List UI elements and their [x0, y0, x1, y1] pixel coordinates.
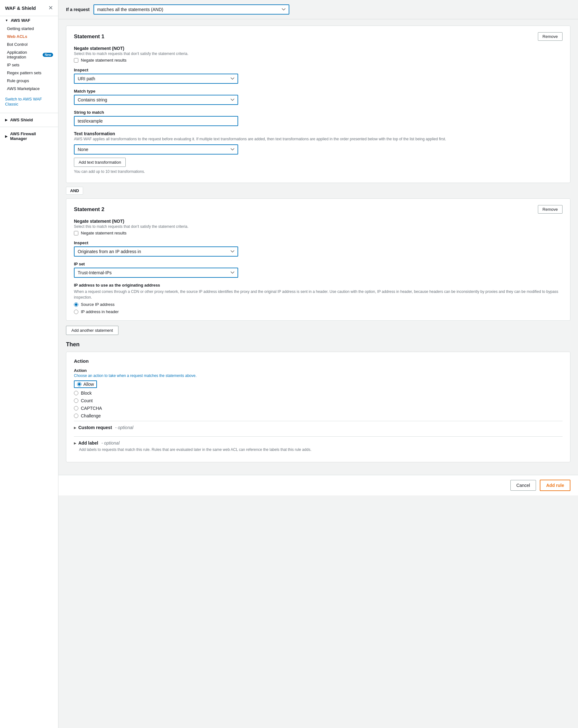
statement2-negate-checkbox[interactable]: [74, 231, 78, 235]
statement2-radio-source-ip: Source IP address: [74, 302, 562, 307]
sidebar-item-regex-pattern-sets[interactable]: Regex pattern sets: [0, 69, 58, 77]
action-challenge-radio[interactable]: [74, 414, 78, 418]
sidebar-item-bot-control[interactable]: Bot Control: [0, 41, 58, 48]
statement1-negate-title: Negate statement (NOT): [74, 46, 562, 51]
close-icon[interactable]: ✕: [48, 4, 53, 11]
statement2-inspect-select-wrapper: URI path HTTP method Query string Origin…: [74, 246, 238, 257]
main-content: If a request matches all the statements …: [58, 0, 578, 728]
statement1-negate-checkbox-row: Negate statement results: [74, 58, 562, 62]
action-allow-label: Allow: [83, 382, 94, 387]
chevron-right-icon-4: ▶: [74, 441, 76, 445]
custom-request-expand[interactable]: ▶ Custom request - optional: [74, 425, 562, 430]
sidebar-group-aws-shield[interactable]: ▶ AWS Shield: [0, 115, 58, 124]
action-sublabel: Choose an action to take when a request …: [74, 373, 562, 378]
action-captcha-radio[interactable]: [74, 406, 78, 411]
bottom-bar: Cancel Add rule: [58, 475, 578, 495]
statement2-ip-in-header-label: IP address in header: [81, 309, 119, 314]
transform-hint: You can add up to 10 text transformation…: [74, 170, 562, 174]
statement1-text-transform-desc: AWS WAF applies all transformations to t…: [74, 137, 562, 141]
statement2-negate-checkbox-row: Negate statement results: [74, 231, 562, 235]
condition-select[interactable]: matches all the statements (AND) matches…: [94, 4, 289, 15]
statement2-title: Statement 2: [74, 206, 104, 213]
action-allow-radio[interactable]: [77, 382, 81, 386]
action-captcha-row: CAPTCHA: [74, 406, 562, 411]
and-badge-label: AND: [66, 187, 83, 194]
sidebar-item-ip-sets[interactable]: IP sets: [0, 61, 58, 69]
statement1-text-transform-select[interactable]: None Lowercase HTML entity decode Compre…: [74, 145, 238, 155]
switch-classic-link[interactable]: Switch to AWS WAF Classic: [5, 97, 42, 106]
sidebar: WAF & Shield ✕ ▼ AWS WAF Getting started…: [0, 0, 58, 728]
action-block-radio[interactable]: [74, 391, 78, 395]
firewall-manager-label: AWS Firewall Manager: [10, 131, 53, 141]
statement1-text-transform-select-wrapper: None Lowercase HTML entity decode Compre…: [74, 145, 238, 155]
action-block-label: Block: [81, 391, 91, 396]
then-section: Then Action Action Choose an action to t…: [66, 341, 571, 462]
sidebar-item-web-acls[interactable]: Web ACLs: [0, 32, 58, 41]
sidebar-item-rule-groups[interactable]: Rule groups: [0, 77, 58, 85]
action-allow-row: Allow: [74, 381, 562, 388]
statement2-inspect-label: Inspect: [74, 240, 562, 245]
content-area: Statement 1 Remove Negate statement (NOT…: [58, 19, 578, 475]
add-label-desc: Add labels to requests that match this r…: [74, 447, 562, 452]
chevron-right-icon-2: ▶: [5, 135, 7, 138]
statement2-header: Statement 2 Remove: [74, 205, 562, 214]
and-connector: AND: [66, 183, 571, 199]
statement1-match-type-label: Match type: [74, 89, 562, 94]
statement1-negate-section: Negate statement (NOT) Select this to ma…: [74, 46, 562, 62]
statement1-inspect-label: Inspect: [74, 68, 562, 72]
statement1-match-type-select[interactable]: Contains string Exactly matches string S…: [74, 95, 238, 105]
custom-request-section: ▶ Custom request - optional: [74, 421, 562, 434]
add-text-transform-button[interactable]: Add text transformation: [74, 158, 126, 167]
statement1-inspect-section: Inspect URI path HTTP method Query strin…: [74, 68, 562, 84]
statement1-negate-checkbox[interactable]: [74, 58, 78, 62]
action-challenge-row: Challenge: [74, 413, 562, 418]
add-label-optional: - optional: [100, 440, 120, 445]
selected-action-box: Allow: [74, 381, 97, 388]
action-block-row: Block: [74, 391, 562, 396]
statement1-text-transform-title: Text transformation: [74, 131, 562, 136]
action-count-label: Count: [81, 398, 93, 403]
statement2-ip-set-select[interactable]: Trust-Internal-IPs Blocked-IPs Allowed-I…: [74, 268, 238, 278]
action-challenge-label: Challenge: [81, 413, 101, 418]
custom-request-label: Custom request: [78, 425, 112, 430]
statement1-remove-button[interactable]: Remove: [538, 32, 562, 41]
statement2-source-ip-radio[interactable]: [74, 303, 78, 307]
statement2-negate-label: Negate statement results: [81, 231, 127, 235]
action-radio-group: Allow Block Count CAPTCHA: [74, 381, 562, 418]
statement2-ip-set-label: IP set: [74, 262, 562, 266]
chevron-down-icon: ▼: [5, 19, 8, 22]
statement1-match-type-section: Match type Contains string Exactly match…: [74, 89, 562, 105]
action-captcha-label: CAPTCHA: [81, 406, 102, 411]
statement1-card: Statement 1 Remove Negate statement (NOT…: [66, 26, 571, 183]
sidebar-item-getting-started[interactable]: Getting started: [0, 25, 58, 32]
add-rule-button[interactable]: Add rule: [540, 479, 571, 491]
statement2-remove-button[interactable]: Remove: [538, 205, 562, 214]
chevron-right-icon: ▶: [5, 118, 7, 122]
if-a-request-label: If a request: [66, 7, 90, 12]
statement1-inspect-select[interactable]: URI path HTTP method Query string Single…: [74, 74, 238, 84]
statement2-ip-in-header-radio[interactable]: [74, 310, 78, 314]
sidebar-group-aws-waf[interactable]: ▼ AWS WAF: [0, 16, 58, 25]
statement1-string-input[interactable]: [74, 116, 238, 126]
action-count-radio[interactable]: [74, 398, 78, 403]
statement1-string-section: String to match: [74, 110, 562, 126]
sidebar-group-firewall-manager[interactable]: ▶ AWS Firewall Manager: [0, 130, 58, 143]
statement2-inspect-select[interactable]: URI path HTTP method Query string Origin…: [74, 246, 238, 257]
sidebar-item-application-integration[interactable]: Application integration New: [0, 48, 58, 61]
statement2-negate-section: Negate statement (NOT) Select this to ma…: [74, 219, 562, 235]
add-label-expand[interactable]: ▶ Add label - optional: [74, 440, 562, 445]
statement1-header: Statement 1 Remove: [74, 32, 562, 41]
cancel-button[interactable]: Cancel: [510, 480, 536, 491]
add-another-statement-button[interactable]: Add another statement: [66, 326, 119, 335]
statement1-inspect-select-wrapper: URI path HTTP method Query string Single…: [74, 74, 238, 84]
sidebar-title: WAF & Shield: [5, 5, 36, 11]
sidebar-group-label-text: AWS WAF: [11, 18, 30, 23]
action-label: Action: [74, 368, 562, 373]
aws-shield-label: AWS Shield: [10, 118, 33, 122]
statement2-negate-desc: Select this to match requests that don't…: [74, 224, 562, 229]
statement2-ip-address-desc: When a request comes through a CDN or ot…: [74, 289, 562, 300]
statement2-inspect-section: Inspect URI path HTTP method Query strin…: [74, 240, 562, 257]
statement2-ip-address-label: IP address to use as the originating add…: [74, 283, 562, 288]
sidebar-item-aws-marketplace[interactable]: AWS Marketplace: [0, 85, 58, 93]
statement2-source-ip-label: Source IP address: [81, 302, 115, 307]
